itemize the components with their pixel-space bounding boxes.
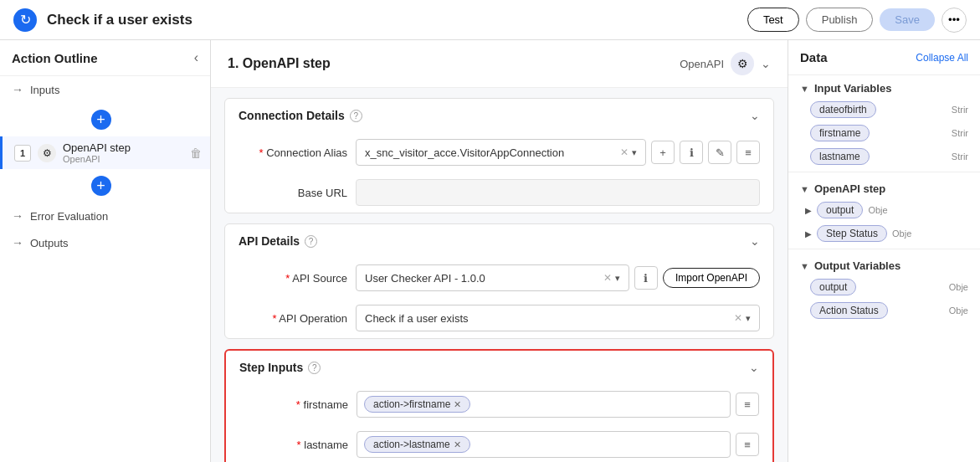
input-variables-section[interactable]: ▼ Input Variables [788, 75, 980, 98]
api-source-chevron-icon: ▾ [615, 273, 620, 284]
add-after-step: + [0, 172, 210, 199]
action-status-type: Obje [949, 305, 968, 316]
firstname-chip[interactable]: action->firstname ✕ [364, 396, 470, 413]
api-operation-clear-icon[interactable]: ✕ [734, 312, 742, 324]
api-section-header[interactable]: API Details ? ⌄ [225, 224, 773, 258]
openapi-step-chevron: ▼ [800, 184, 809, 194]
connection-section-header[interactable]: Connection Details ? ⌄ [225, 99, 773, 132]
right-panel-header: Data Collapse All [788, 40, 980, 75]
api-source-clear-icon[interactable]: ✕ [603, 272, 612, 284]
firstname-chip-value: action->firstname [373, 398, 450, 410]
api-source-label: * API Source [239, 272, 347, 285]
firstname-chip-input[interactable]: action->firstname ✕ [357, 391, 731, 418]
sidebar-step-row[interactable]: 1 ⚙ OpenAPI step OpenAPI 🗑 [0, 136, 210, 169]
connection-alias-label: * Connection Alias [239, 146, 347, 159]
step-delete-icon[interactable]: 🗑 [190, 146, 202, 160]
sidebar-item-inputs-label: Inputs [30, 84, 59, 96]
step-status-expand-icon: ▶ [805, 229, 812, 239]
firstname-input-wrapper: action->firstname ✕ ≡ [357, 391, 759, 418]
api-source-input[interactable]: User Checker API - 1.0.0 ✕ ▾ [356, 264, 629, 291]
sidebar-item-inputs[interactable]: → Inputs [0, 76, 210, 103]
connection-alias-input[interactable]: x_snc_visitor_acce.VisitorAppConnection … [356, 139, 646, 166]
info-connection-button[interactable]: ℹ [680, 141, 703, 164]
connection-details-section: Connection Details ? ⌄ * Connection Alia… [224, 98, 774, 213]
sidebar-header: Action Outline ‹ [0, 40, 210, 76]
firstname-badge[interactable]: firstname [810, 125, 870, 141]
more-connection-button[interactable]: ≡ [736, 141, 760, 164]
step-icon: ⚙ [38, 144, 56, 162]
output-variables-section[interactable]: ▼ Output Variables [788, 253, 980, 275]
step-header-chevron: ⌄ [761, 57, 771, 70]
connection-info-icon[interactable]: ? [350, 110, 362, 122]
error-eval-icon: → [12, 209, 23, 223]
api-source-info-button[interactable]: ℹ [634, 266, 658, 290]
import-openapi-button[interactable]: Import OpenAPI [663, 268, 760, 288]
firstname-data-pill-button[interactable]: ≡ [736, 393, 759, 416]
header-actions: Test Publish Save ••• [747, 8, 967, 33]
openapi-step-section[interactable]: ▼ OpenAPI step [788, 176, 980, 198]
step-inputs-section: Step Inputs ? ⌄ * firstname action->firs… [224, 349, 774, 462]
output-var-badge[interactable]: output [810, 279, 856, 295]
right-panel: Data Collapse All ▼ Input Variables date… [788, 40, 980, 462]
edit-connection-button[interactable]: ✎ [708, 141, 731, 164]
data-item-lastname: lastname Strir [788, 145, 980, 168]
sidebar-item-outputs[interactable]: → Outputs [0, 229, 210, 256]
dateofbirth-badge[interactable]: dateofbirth [810, 101, 876, 118]
lastname-type: Strir [952, 151, 968, 162]
test-button[interactable]: Test [747, 8, 799, 32]
step-inputs-header[interactable]: Step Inputs ? ⌄ [226, 351, 772, 384]
data-item-output: output Obje [788, 275, 980, 299]
lastname-chip[interactable]: action->lastname ✕ [364, 436, 470, 453]
output-badge[interactable]: output [817, 202, 863, 218]
sidebar-item-outputs-label: Outputs [30, 237, 69, 249]
step-info: OpenAPI step OpenAPI [63, 141, 190, 164]
base-url-label: Base URL [239, 187, 347, 199]
base-url-input[interactable] [356, 179, 760, 206]
data-item-action-status: Action Status Obje [788, 299, 980, 322]
save-button[interactable]: Save [880, 8, 935, 31]
api-details-section: API Details ? ⌄ * API Source User Checke… [224, 223, 774, 339]
openapi-output-sub[interactable]: ▶ output Obje [788, 198, 980, 222]
api-source-value: User Checker API - 1.0.0 [365, 272, 603, 285]
sidebar-collapse-button[interactable]: ‹ [194, 50, 198, 65]
lastname-chip-value: action->lastname [373, 439, 450, 450]
step-header: 1. OpenAPI step OpenAPI ⚙ ⌄ [211, 40, 788, 88]
lastname-label: * lastname [239, 439, 348, 451]
action-status-badge[interactable]: Action Status [810, 302, 888, 319]
firstname-type: Strir [952, 128, 968, 138]
output-var-type: Obje [949, 282, 968, 292]
openapi-step-status-sub[interactable]: ▶ Step Status Obje [788, 222, 980, 245]
step-inputs-info-icon[interactable]: ? [308, 362, 321, 374]
openapi-step-label: OpenAPI step [814, 182, 885, 195]
step-status-badge[interactable]: Step Status [817, 225, 887, 242]
input-variables-label: Input Variables [814, 82, 891, 95]
output-vars-chevron: ▼ [800, 261, 809, 271]
more-button[interactable]: ••• [942, 8, 967, 33]
lastname-row: * lastname action->lastname ✕ ≡ [226, 424, 772, 462]
collapse-all-button[interactable]: Collapse All [916, 52, 968, 64]
lastname-input-wrapper: action->lastname ✕ ≡ [357, 431, 759, 458]
lastname-chip-input[interactable]: action->lastname ✕ [357, 431, 731, 458]
lastname-chip-remove[interactable]: ✕ [454, 439, 461, 450]
add-connection-button[interactable]: + [651, 141, 675, 164]
main-layout: Action Outline ‹ → Inputs + 1 ⚙ OpenAPI … [0, 40, 980, 462]
connection-alias-clear-icon[interactable]: ✕ [620, 146, 629, 158]
sidebar-item-error-eval[interactable]: → Error Evaluation [0, 203, 210, 229]
step-title: 1. OpenAPI step [228, 56, 331, 71]
api-section-title: API Details [239, 234, 300, 248]
api-info-icon[interactable]: ? [305, 235, 317, 248]
sidebar-item-error-label: Error Evaluation [30, 210, 108, 223]
publish-button[interactable]: Publish [806, 8, 874, 32]
dateofbirth-type: Strir [952, 105, 968, 115]
connection-alias-row: * Connection Alias x_snc_visitor_acce.Vi… [225, 132, 773, 172]
connection-alias-value: x_snc_visitor_acce.VisitorAppConnection [365, 146, 620, 159]
add-step-button-top[interactable]: + [91, 110, 111, 130]
back-button[interactable]: ↻ [13, 8, 37, 32]
lastname-badge[interactable]: lastname [810, 148, 870, 165]
firstname-chip-remove[interactable]: ✕ [454, 399, 461, 410]
input-vars-chevron: ▼ [800, 84, 809, 94]
sidebar-title: Action Outline [12, 51, 98, 65]
add-step-button-bottom[interactable]: + [91, 176, 111, 196]
api-operation-input[interactable]: Check if a user exists ✕ ▾ [356, 305, 760, 331]
lastname-data-pill-button[interactable]: ≡ [736, 433, 759, 456]
